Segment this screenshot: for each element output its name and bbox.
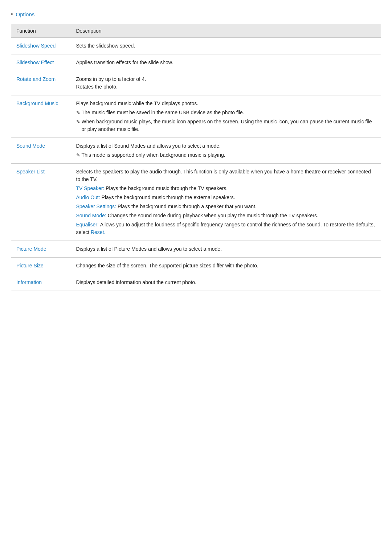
function-cell-picture-size: Picture Size xyxy=(11,258,71,274)
speaker-item: TV Speaker: Plays the background music t… xyxy=(76,185,376,192)
speaker-label: Equaliser: xyxy=(76,222,100,227)
note-text: When background music plays, the music i… xyxy=(82,118,376,133)
desc-line: Rotates the photo. xyxy=(76,83,376,91)
function-link-picture-mode[interactable]: Picture Mode xyxy=(16,246,46,252)
function-link-rotate-and-zoom[interactable]: Rotate and Zoom xyxy=(16,76,56,82)
note-text: This mode is supported only when backgro… xyxy=(82,151,225,159)
description-cell-background-music: Plays background music while the TV disp… xyxy=(71,95,381,138)
breadcrumb: • Options xyxy=(11,11,381,17)
table-row: Sound ModeDisplays a list of Sound Modes… xyxy=(11,138,381,164)
speaker-desc: Allows you to adjust the loudness of spe… xyxy=(76,222,375,235)
table-row: InformationDisplays detailed information… xyxy=(11,274,381,291)
function-link-slideshow-speed[interactable]: Slideshow Speed xyxy=(16,43,56,49)
function-link-background-music[interactable]: Background Music xyxy=(16,100,58,106)
function-link-slideshow-effect[interactable]: Slideshow Effect xyxy=(16,59,54,65)
bullet-icon: • xyxy=(11,11,13,17)
speaker-label: TV Speaker: xyxy=(76,185,106,191)
function-cell-slideshow-effect: Slideshow Effect xyxy=(11,54,71,71)
options-table: Function Description Slideshow SpeedSets… xyxy=(11,24,381,291)
speaker-label: Sound Mode: xyxy=(76,213,108,218)
speaker-desc: Plays the background music through the T… xyxy=(106,185,228,191)
desc-main-text: Changes the size of the screen. The supp… xyxy=(76,262,376,270)
table-row: Picture SizeChanges the size of the scre… xyxy=(11,258,381,274)
table-row: Picture ModeDisplays a list of Picture M… xyxy=(11,241,381,258)
function-link-sound-mode[interactable]: Sound Mode xyxy=(16,143,45,149)
description-cell-rotate-and-zoom: Zooms in by up to a factor of 4.Rotates … xyxy=(71,71,381,95)
reset-link[interactable]: Reset. xyxy=(91,229,105,235)
pen-icon: ✎ xyxy=(76,109,80,116)
function-link-information[interactable]: Information xyxy=(16,279,42,285)
speaker-desc: Changes the sound mode during playback w… xyxy=(108,213,318,218)
speaker-item: Audio Out: Plays the background music th… xyxy=(76,194,376,201)
function-cell-information: Information xyxy=(11,274,71,291)
description-cell-slideshow-speed: Sets the slideshow speed. xyxy=(71,38,381,54)
desc-main-text: Displays detailed information about the … xyxy=(76,279,376,286)
note-text: The music files must be saved in the sam… xyxy=(82,109,244,116)
table-header-row: Function Description xyxy=(11,24,381,38)
function-cell-rotate-and-zoom: Rotate and Zoom xyxy=(11,71,71,95)
function-cell-slideshow-speed: Slideshow Speed xyxy=(11,38,71,54)
speaker-item: Speaker Settings: Plays the background m… xyxy=(76,203,376,210)
table-row: Speaker ListSelects the speakers to play… xyxy=(11,164,381,241)
description-cell-information: Displays detailed information about the … xyxy=(71,274,381,291)
desc-main-text: Selects the speakers to play the audio t… xyxy=(76,168,376,183)
speaker-item: Sound Mode: Changes the sound mode durin… xyxy=(76,212,376,219)
table-row: Slideshow SpeedSets the slideshow speed. xyxy=(11,38,381,54)
desc-main-text: Displays a list of Sound Modes and allow… xyxy=(76,142,376,150)
function-link-speaker-list[interactable]: Speaker List xyxy=(16,169,45,175)
description-cell-slideshow-effect: Applies transition effects for the slide… xyxy=(71,54,381,71)
pen-icon: ✎ xyxy=(76,152,80,159)
description-cell-speaker-list: Selects the speakers to play the audio t… xyxy=(71,164,381,241)
desc-note: ✎This mode is supported only when backgr… xyxy=(76,151,376,159)
speaker-item: Equaliser: Allows you to adjust the loud… xyxy=(76,221,376,236)
desc-note: ✎When background music plays, the music … xyxy=(76,118,376,133)
speaker-desc: Plays the background music through a spe… xyxy=(118,204,257,209)
description-cell-picture-size: Changes the size of the screen. The supp… xyxy=(71,258,381,274)
header-description: Description xyxy=(71,24,381,38)
desc-main-text: Sets the slideshow speed. xyxy=(76,42,376,50)
description-cell-sound-mode: Displays a list of Sound Modes and allow… xyxy=(71,138,381,164)
options-link[interactable]: Options xyxy=(16,11,35,17)
table-row: Slideshow EffectApplies transition effec… xyxy=(11,54,381,71)
desc-main-text: Plays background music while the TV disp… xyxy=(76,100,376,107)
header-function: Function xyxy=(11,24,71,38)
table-row: Background MusicPlays background music w… xyxy=(11,95,381,138)
function-cell-background-music: Background Music xyxy=(11,95,71,138)
function-link-picture-size[interactable]: Picture Size xyxy=(16,263,44,268)
description-cell-picture-mode: Displays a list of Picture Modes and all… xyxy=(71,241,381,258)
desc-line: Zooms in by up to a factor of 4. xyxy=(76,75,376,83)
speaker-label: Audio Out: xyxy=(76,194,102,200)
pen-icon: ✎ xyxy=(76,118,80,126)
desc-main-text: Applies transition effects for the slide… xyxy=(76,59,376,66)
speaker-desc: Plays the background music through the e… xyxy=(102,194,235,200)
desc-main-text: Displays a list of Picture Modes and all… xyxy=(76,245,376,253)
speaker-label: Speaker Settings: xyxy=(76,204,118,209)
desc-note: ✎The music files must be saved in the sa… xyxy=(76,109,376,116)
table-row: Rotate and ZoomZooms in by up to a facto… xyxy=(11,71,381,95)
function-cell-sound-mode: Sound Mode xyxy=(11,138,71,164)
function-cell-picture-mode: Picture Mode xyxy=(11,241,71,258)
function-cell-speaker-list: Speaker List xyxy=(11,164,71,241)
